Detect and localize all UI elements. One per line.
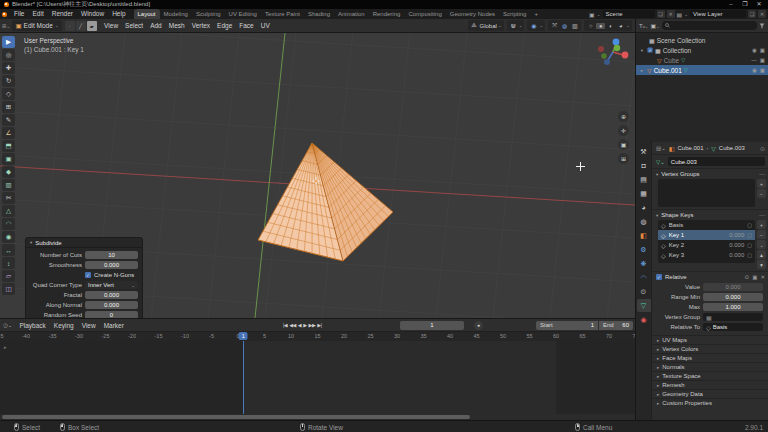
- collection-checkbox[interactable]: ✓: [647, 47, 652, 52]
- blender-menu-icon[interactable]: [2, 12, 7, 17]
- proportional-edit-icon[interactable]: ◉: [529, 22, 538, 29]
- tool-knife[interactable]: ✄: [2, 192, 15, 204]
- properties-tab-object[interactable]: ◧: [637, 229, 651, 242]
- tool-shrink-fatten[interactable]: ↕: [2, 257, 15, 269]
- outliner-row-scene-collection[interactable]: ▦Scene Collection: [636, 35, 768, 45]
- viewport-menu-mesh[interactable]: Mesh: [165, 22, 188, 29]
- subdivide-field-along-normal[interactable]: 0.000: [85, 301, 138, 309]
- expand-arrow[interactable]: ▸: [639, 68, 645, 73]
- menu-help[interactable]: Help: [108, 9, 129, 19]
- filter-funnel-icon[interactable]: [759, 23, 765, 29]
- new-scene-button[interactable]: ❏: [657, 10, 665, 18]
- subdivide-field-random-seed[interactable]: 0: [85, 311, 138, 318]
- tool-rip-region[interactable]: ◫: [2, 283, 15, 295]
- remove-shape-key-button[interactable]: −: [757, 230, 766, 239]
- timeline-editor-type-icon[interactable]: ◷⌄: [0, 322, 15, 328]
- rendered-shading-icon[interactable]: ◕: [616, 23, 625, 29]
- timeline-menu-marker[interactable]: Marker: [100, 322, 128, 329]
- jump-to-start-button[interactable]: |◀: [283, 322, 287, 328]
- workspace-tab-uv-editing[interactable]: UV Editing: [225, 9, 261, 19]
- menu-window[interactable]: Window: [77, 9, 108, 19]
- remove-vertex-group-button[interactable]: −: [757, 189, 766, 198]
- properties-tab-output[interactable]: ▤: [637, 173, 651, 186]
- tool-bevel[interactable]: ◆: [2, 166, 15, 178]
- face-select-button[interactable]: ▰: [87, 21, 97, 31]
- timeline-menu-keying[interactable]: Keying: [50, 322, 78, 329]
- shape-key-mute-toggle[interactable]: ▢: [747, 232, 752, 238]
- subdivide-field-fractal[interactable]: 0.000: [85, 291, 138, 299]
- shape-key-value[interactable]: 0.000: [729, 232, 744, 238]
- data-name-field[interactable]: Cube.003: [668, 157, 765, 166]
- play-button[interactable]: ▶: [303, 322, 306, 328]
- current-frame-field[interactable]: 1: [400, 321, 464, 330]
- close-button[interactable]: ✕: [752, 0, 766, 9]
- pin-shapekey-icon[interactable]: ⊙: [745, 274, 750, 280]
- shape-key-value[interactable]: 0.000: [729, 242, 744, 248]
- tool-scale[interactable]: ◇: [2, 88, 15, 100]
- create-ngons-checkbox[interactable]: ✓: [85, 272, 91, 278]
- 3d-viewport[interactable]: User Perspective (1) Cube.001 : Key 1 ▶◎…: [0, 33, 635, 318]
- panel-header-vertex-colors[interactable]: ▸Vertex Colors: [652, 344, 768, 353]
- navigation-gizmo[interactable]: [596, 35, 630, 69]
- workspace-tab-compositing[interactable]: Compositing: [404, 9, 445, 19]
- viewport-menu-uv[interactable]: UV: [257, 22, 273, 29]
- menu-file[interactable]: File: [10, 9, 28, 19]
- tool-select-box[interactable]: ▶: [2, 36, 15, 48]
- relative-to-field[interactable]: ◇ Basis: [703, 323, 763, 331]
- viewport-camera-view-button[interactable]: ▣: [618, 139, 629, 150]
- view-layer-name[interactable]: View Layer: [690, 10, 746, 18]
- add-shape-key-button[interactable]: +: [757, 220, 766, 229]
- move-shape-key-up-button[interactable]: ▲: [757, 250, 766, 259]
- subdivide-field-smoothness[interactable]: 0.000: [85, 261, 138, 269]
- properties-tab-tool[interactable]: ⚒: [637, 145, 651, 158]
- shape-key-mute-toggle[interactable]: ▢: [747, 222, 752, 228]
- frame-end-field[interactable]: End60: [599, 321, 633, 330]
- panel-header-texture-space[interactable]: ▸Texture Space: [652, 371, 768, 380]
- timeline-menu-playback[interactable]: Playback: [15, 322, 49, 329]
- menu-render[interactable]: Render: [48, 9, 77, 19]
- playhead-line[interactable]: [243, 341, 244, 414]
- workspace-tab-texture-paint[interactable]: Texture Paint: [261, 9, 304, 19]
- jump-to-end-button[interactable]: ▶|: [317, 322, 321, 328]
- edit-mode-display-icon[interactable]: ▣: [752, 274, 757, 280]
- properties-tab-world[interactable]: ◍: [637, 215, 651, 228]
- panel-header-custom-properties[interactable]: ▸Custom Properties: [652, 398, 768, 407]
- timeline-ruler[interactable]: -45-40-35-30-25-20-15-10-505101520253035…: [0, 332, 635, 341]
- properties-editor-icon[interactable]: ▤⌄: [656, 145, 666, 151]
- workspace-tab-geometry-nodes[interactable]: Geometry Nodes: [446, 9, 499, 19]
- timeline-canvas[interactable]: ▸: [0, 341, 635, 414]
- range-max-slider[interactable]: 1.000: [703, 303, 763, 311]
- wireframe-shading-icon[interactable]: ○: [586, 23, 595, 29]
- viewport-menu-edge[interactable]: Edge: [214, 22, 236, 29]
- transform-orientation-dropdown[interactable]: ⟁ Global⌄: [468, 20, 504, 31]
- properties-tab-physics[interactable]: ◠: [637, 271, 651, 284]
- workspace-tab-sculpting[interactable]: Sculpting: [192, 9, 225, 19]
- frame-start-field[interactable]: Start1: [536, 321, 598, 330]
- outliner-search-input[interactable]: [662, 21, 757, 30]
- remove-view-layer-button[interactable]: ✕: [758, 10, 766, 18]
- value-slider[interactable]: 0.000: [703, 283, 763, 291]
- vertex-groups-panel-header[interactable]: ▾Vertex Groups—: [652, 168, 768, 179]
- breadcrumb-object[interactable]: Cube.001: [677, 145, 703, 151]
- outliner-row-cube[interactable]: ▽Cube▽—▣: [636, 55, 768, 65]
- tool-spin[interactable]: ◠: [2, 218, 15, 230]
- hide-viewport-toggle[interactable]: —: [751, 57, 757, 63]
- maximize-button[interactable]: ❐: [738, 0, 752, 9]
- new-view-layer-button[interactable]: ❏: [748, 10, 756, 18]
- shape-key-value[interactable]: 0.000: [729, 252, 744, 258]
- snap-controls[interactable]: ⋓⌄: [507, 20, 525, 31]
- panel-header-uv-maps[interactable]: ▸UV Maps: [652, 335, 768, 344]
- tool-poly-build[interactable]: △: [2, 205, 15, 217]
- properties-tab-modifiers[interactable]: ⚙: [637, 243, 651, 256]
- clear-shapekey-icon[interactable]: ✕: [760, 274, 765, 280]
- shape-key-row-basis[interactable]: ◇Basis▢: [658, 220, 755, 230]
- edge-select-button[interactable]: ╱: [76, 21, 86, 31]
- tool-smooth[interactable]: ◉: [2, 231, 15, 243]
- quad-corner-type-dropdown[interactable]: Inner Vert⌄: [85, 281, 138, 289]
- shape-key-row-key-3[interactable]: ◇Key 30.000▢: [658, 250, 755, 260]
- workspace-tab-rendering[interactable]: Rendering: [369, 9, 405, 19]
- panel-header-face-maps[interactable]: ▸Face Maps: [652, 353, 768, 362]
- viewport-menu-add[interactable]: Add: [147, 22, 166, 29]
- disable-render-toggle[interactable]: ▣: [760, 57, 765, 63]
- playhead-marker[interactable]: 1: [239, 332, 248, 340]
